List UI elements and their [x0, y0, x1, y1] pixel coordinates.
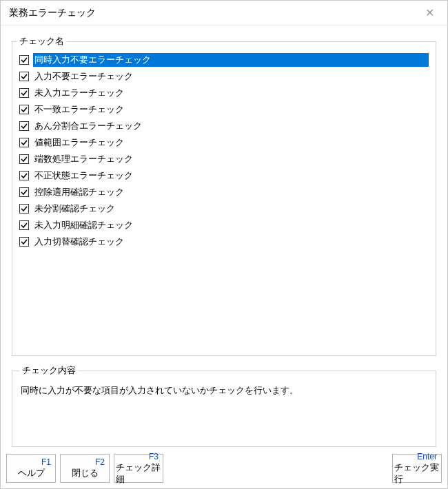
close-button-label: 閉じる [72, 468, 99, 479]
description-text: 同時に入力が不要な項目が入力されていないかチェックを行います。 [19, 381, 429, 400]
checkbox[interactable] [19, 237, 29, 247]
checkbox[interactable] [19, 105, 29, 114]
window-title: 業務エラーチェック [9, 7, 414, 19]
help-button[interactable]: F1 ヘルプ [6, 454, 56, 483]
list-item-label: 値範囲エラーチェック [33, 136, 429, 149]
list-item[interactable]: あん分割合エラーチェック [17, 118, 431, 134]
list-item-label: あん分割合エラーチェック [33, 119, 429, 133]
list-item-label: 未入力エラーチェック [33, 86, 429, 100]
description-legend: チェック内容 [19, 364, 79, 377]
help-button-key: F1 [41, 457, 54, 468]
detail-button-key: F3 [149, 452, 161, 462]
check-list-group: チェック名 同時入力不要エラーチェック入力不要エラーチェック未入力エラーチェック… [12, 35, 436, 356]
run-button[interactable]: Enter チェック実行 [392, 454, 442, 483]
list-item-label: 未分割確認チェック [33, 202, 429, 216]
list-item[interactable]: 未入力エラーチェック [17, 85, 431, 101]
detail-button[interactable]: F3 チェック詳細 [114, 454, 163, 483]
checkbox[interactable] [19, 72, 29, 81]
list-item[interactable]: 入力切替確認チェック [17, 233, 431, 250]
list-item-label: 入力切替確認チェック [33, 235, 429, 249]
checkbox[interactable] [19, 204, 29, 214]
close-button[interactable]: F2 閉じる [60, 454, 110, 483]
list-item-label: 入力不要エラーチェック [33, 70, 429, 83]
list-item-label: 未入力明細確認チェック [33, 218, 429, 232]
titlebar: 業務エラーチェック ✕ [1, 1, 447, 25]
close-button-key: F2 [95, 457, 108, 468]
run-button-key: Enter [417, 452, 440, 462]
checkbox[interactable] [19, 187, 29, 197]
list-item[interactable]: 未分割確認チェック [17, 200, 431, 217]
list-item[interactable]: 未入力明細確認チェック [17, 217, 431, 233]
list-item-label: 不正状態エラーチェック [33, 169, 429, 183]
checkbox[interactable] [19, 121, 29, 131]
button-bar-spacer [167, 454, 388, 483]
dialog-window: 業務エラーチェック ✕ チェック名 同時入力不要エラーチェック入力不要エラーチェ… [0, 0, 448, 489]
help-button-label: ヘルプ [18, 468, 45, 479]
client-area: チェック名 同時入力不要エラーチェック入力不要エラーチェック未入力エラーチェック… [1, 25, 447, 454]
list-item-label: 不一致エラーチェック [33, 103, 429, 116]
list-item-label: 控除適用確認チェック [33, 185, 429, 199]
checkbox[interactable] [19, 55, 29, 65]
list-item-label: 端数処理エラーチェック [33, 152, 429, 166]
list-item[interactable]: 値範囲エラーチェック [17, 134, 431, 151]
list-item[interactable]: 不一致エラーチェック [17, 101, 431, 118]
button-bar: F1 ヘルプ F2 閉じる F3 チェック詳細 Enter チェック実行 [1, 454, 447, 488]
description-group: チェック内容 同時に入力が不要な項目が入力されていないかチェックを行います。 [12, 364, 436, 447]
close-icon: ✕ [425, 6, 434, 19]
detail-button-label: チェック詳細 [116, 462, 161, 485]
list-item[interactable]: 同時入力不要エラーチェック [17, 52, 431, 68]
check-list-legend: チェック名 [17, 35, 67, 48]
run-button-label: チェック実行 [394, 462, 440, 485]
list-item[interactable]: 端数処理エラーチェック [17, 151, 431, 167]
list-item[interactable]: 不正状態エラーチェック [17, 167, 431, 184]
checkbox[interactable] [19, 220, 29, 230]
checkbox[interactable] [19, 171, 29, 180]
checkbox[interactable] [19, 88, 29, 98]
checkbox[interactable] [19, 154, 29, 164]
list-item[interactable]: 控除適用確認チェック [17, 184, 431, 200]
list-item[interactable]: 入力不要エラーチェック [17, 68, 431, 85]
list-item-label: 同時入力不要エラーチェック [33, 53, 429, 67]
checkbox[interactable] [19, 138, 29, 147]
check-list[interactable]: 同時入力不要エラーチェック入力不要エラーチェック未入力エラーチェック不一致エラー… [17, 52, 431, 351]
window-close-button[interactable]: ✕ [414, 3, 445, 23]
